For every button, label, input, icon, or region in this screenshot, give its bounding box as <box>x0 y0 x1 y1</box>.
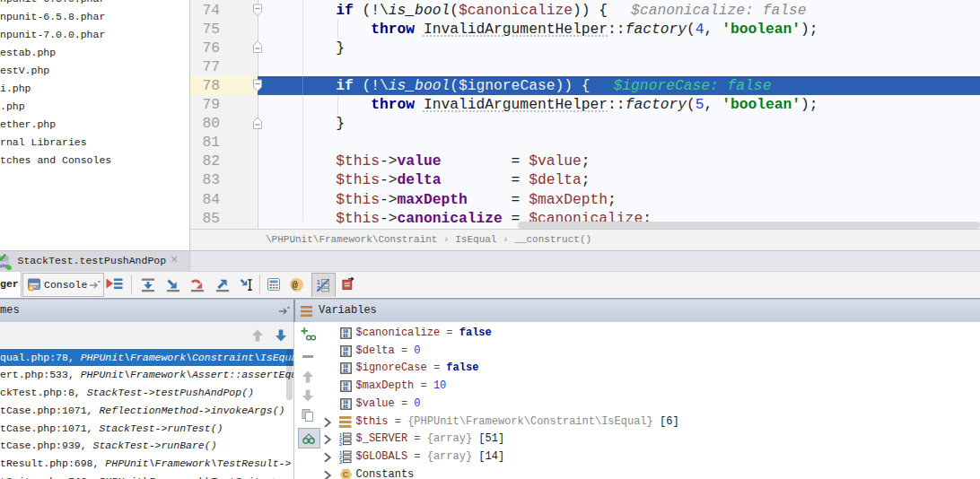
svg-text:01: 01 <box>343 369 348 373</box>
svg-text:01: 01 <box>343 405 348 409</box>
svg-text:1: 1 <box>317 278 320 284</box>
svg-text:01: 01 <box>343 334 348 338</box>
svg-text:01: 01 <box>343 387 348 391</box>
svg-text:C: C <box>343 470 349 479</box>
svg-text:01: 01 <box>343 351 348 355</box>
svg-text:3: 3 <box>339 459 342 465</box>
svg-text:@: @ <box>292 280 298 291</box>
svg-text:3: 3 <box>339 441 342 447</box>
